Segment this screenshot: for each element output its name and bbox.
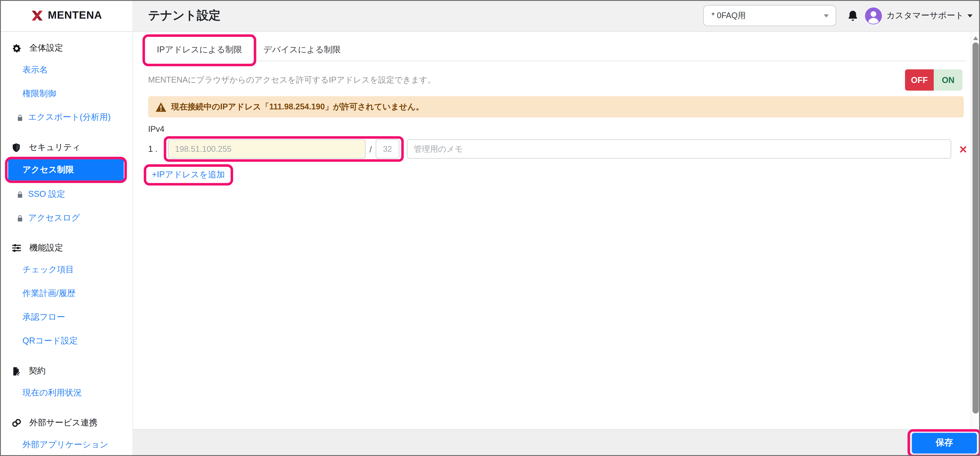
cidr-input[interactable] <box>375 139 399 159</box>
sidebar-section-label: 機能設定 <box>29 242 63 254</box>
sidebar-section-security: セキュリティ アクセス制限 SSO 設定 <box>0 137 132 230</box>
ip-address-input[interactable] <box>168 139 366 159</box>
lock-icon <box>16 113 24 122</box>
tab-device-restriction[interactable]: デバイスによる制限 <box>255 38 350 61</box>
link-icon <box>11 418 22 428</box>
sidebar-item-access-restriction[interactable]: アクセス制限 <box>8 159 124 181</box>
sidebar-section-label: 全体設定 <box>29 42 63 54</box>
chevron-down-icon <box>967 14 973 17</box>
save-button[interactable]: 保存 <box>912 432 977 453</box>
tab-bar: IPアドレスによる制限 デバイスによる制限 <box>148 38 969 61</box>
app-window: MENTENA 全体設定 表示名 権限制御 <box>0 0 980 456</box>
top-header: テナント設定 * 0FAQ用 カスタマーサポート <box>133 0 980 32</box>
ip-address-row: 1 . / × <box>148 139 969 159</box>
ip-restriction-toggle[interactable]: OFF ON <box>905 69 963 91</box>
notification-bell-icon[interactable] <box>846 9 859 22</box>
sidebar-item-display-name[interactable]: 表示名 <box>0 58 132 82</box>
sidebar-item-permission-control[interactable]: 権限制御 <box>0 82 132 106</box>
scroll-up-arrow-icon[interactable] <box>973 36 978 40</box>
sliders-icon <box>11 243 22 253</box>
ipv4-label: IPv4 <box>148 124 969 133</box>
sidebar-item-export[interactable]: エクスポート(分析用) <box>0 106 132 129</box>
sidebar-item-current-usage[interactable]: 現在の利用状況 <box>0 381 132 405</box>
brand-name: MENTENA <box>48 10 102 22</box>
user-avatar[interactable] <box>865 7 882 24</box>
sidebar-item-approval-flow[interactable]: 承認フロー <box>0 305 132 329</box>
sidebar-section-label: 外部サービス連携 <box>29 417 97 429</box>
memo-input[interactable] <box>407 139 951 159</box>
sidebar-section-contract: 契約 現在の利用状況 <box>0 361 132 405</box>
ip-cidr-group: / <box>168 139 399 159</box>
sidebar-item-check-items[interactable]: チェック項目 <box>0 258 132 282</box>
warning-text: 現在接続中のIPアドレス「111.98.254.190」が許可されていません。 <box>171 101 424 113</box>
brand-logo: MENTENA <box>0 0 132 32</box>
sidebar-nav: 全体設定 表示名 権限制御 エクスポート(分析用) <box>0 32 132 456</box>
gear-icon <box>11 43 22 54</box>
user-name: カスタマーサポート <box>886 10 964 21</box>
footer-bar: 保存 <box>133 429 980 456</box>
sidebar-section-label: 契約 <box>29 365 46 377</box>
toggle-off-button[interactable]: OFF <box>905 69 934 91</box>
warning-banner: 現在接続中のIPアドレス「111.98.254.190」が許可されていません。 <box>148 96 964 118</box>
section-description: MENTENAにブラウザからのアクセスを許可するIPアドレスを設定できます。 <box>148 74 436 86</box>
scrollbar-thumb[interactable] <box>972 42 978 413</box>
shield-icon <box>11 142 21 153</box>
add-ip-address-link[interactable]: +IPアドレスを追加 <box>150 168 228 182</box>
lock-icon <box>16 190 24 199</box>
content-area: IPアドレスによる制限 デバイスによる制限 MENTENAにブラウザからのアクセ… <box>133 32 980 429</box>
save-button-wrap: 保存 <box>912 432 977 453</box>
sidebar-item-qr-code-settings[interactable]: QRコード設定 <box>0 329 132 353</box>
file-pen-icon <box>11 366 21 377</box>
add-link-row: +IPアドレスを追加 <box>148 168 969 182</box>
sidebar-item-sso-settings[interactable]: SSO 設定 <box>0 183 132 206</box>
sidebar-item-work-plan-history[interactable]: 作業計画/履歴 <box>0 282 132 305</box>
toggle-on-button[interactable]: ON <box>934 69 963 91</box>
cidr-separator: / <box>369 144 372 154</box>
warning-triangle-icon <box>156 102 166 111</box>
row-index: 1 . <box>148 144 164 154</box>
remove-row-button[interactable]: × <box>958 143 969 156</box>
tab-ip-restriction[interactable]: IPアドレスによる制限 <box>148 38 251 61</box>
sidebar-section-features: 機能設定 チェック項目 作業計画/履歴 承認フロー QRコード設定 <box>0 238 132 353</box>
tenant-selector[interactable]: * 0FAQ用 <box>703 5 837 26</box>
lock-icon <box>16 214 24 222</box>
sidebar-section-external-services: 外部サービス連携 外部アプリケーション <box>0 413 132 456</box>
user-menu[interactable]: カスタマーサポート <box>886 10 973 21</box>
screenshot-frame: MENTENA 全体設定 表示名 権限制御 <box>0 0 980 456</box>
sidebar-item-external-applications[interactable]: 外部アプリケーション <box>0 433 132 456</box>
sidebar-section-general: 全体設定 表示名 権限制御 エクスポート(分析用) <box>0 38 132 129</box>
brand-mark-icon <box>30 10 43 22</box>
main-column: テナント設定 * 0FAQ用 カスタマーサポート <box>133 0 980 456</box>
sidebar-item-access-log[interactable]: アクセスログ <box>0 206 132 230</box>
tenant-selector-value: * 0FAQ用 <box>711 10 746 21</box>
page-title: テナント設定 <box>148 8 221 24</box>
description-row: MENTENAにブラウザからのアクセスを許可するIPアドレスを設定できます。 O… <box>148 69 969 91</box>
sidebar-section-label: セキュリティ <box>29 142 80 153</box>
vertical-scrollbar[interactable] <box>970 32 980 454</box>
sidebar: MENTENA 全体設定 表示名 権限制御 <box>0 0 133 456</box>
